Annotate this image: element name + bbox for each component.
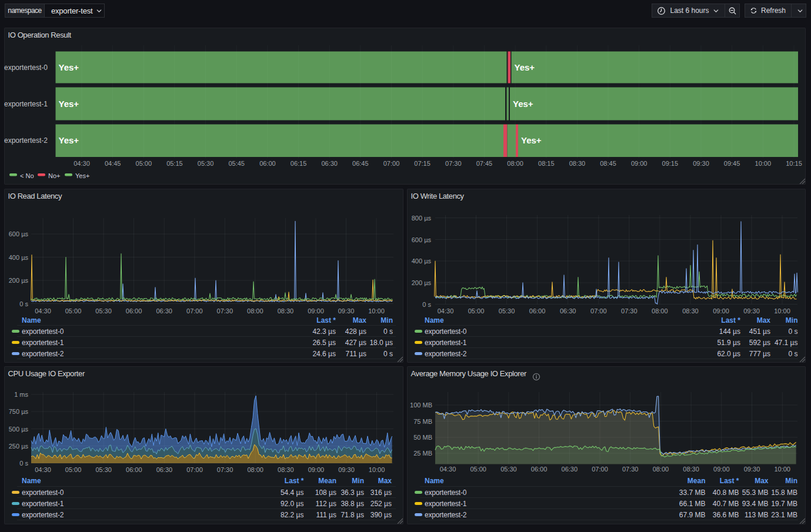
- svg-text:exportertest-2: exportertest-2: [4, 136, 48, 145]
- svg-text:250 µs: 250 µs: [9, 442, 29, 449]
- svg-text:06:30: 06:30: [321, 160, 338, 167]
- svg-text:08:45: 08:45: [600, 160, 616, 167]
- svg-text:06:30: 06:30: [156, 307, 172, 314]
- svg-text:05:30: 05:30: [499, 307, 515, 314]
- svg-text:800 µs: 800 µs: [412, 214, 432, 221]
- svg-text:No+: No+: [48, 172, 61, 179]
- svg-text:10:00: 10:00: [774, 307, 790, 314]
- svg-text:05:15: 05:15: [166, 160, 183, 167]
- svg-text:07:00: 07:00: [592, 465, 608, 472]
- svg-text:Yes+: Yes+: [59, 135, 79, 145]
- svg-text:Yes+: Yes+: [521, 135, 542, 145]
- svg-text:06:45: 06:45: [352, 160, 369, 167]
- svg-text:06:00: 06:00: [126, 466, 142, 473]
- svg-text:08:30: 08:30: [278, 307, 294, 314]
- svg-text:05:45: 05:45: [228, 160, 245, 167]
- svg-text:06:30: 06:30: [560, 307, 576, 314]
- svg-text:exportertest-1: exportertest-1: [4, 99, 48, 108]
- svg-text:06:00: 06:00: [531, 465, 548, 472]
- svg-text:Yes+: Yes+: [59, 98, 79, 108]
- svg-text:07:00: 07:00: [590, 307, 607, 314]
- svg-text:04:30: 04:30: [438, 307, 454, 314]
- svg-text:07:30: 07:30: [217, 307, 233, 314]
- svg-text:06:15: 06:15: [291, 160, 307, 167]
- svg-text:600 µs: 600 µs: [412, 236, 432, 243]
- svg-text:05:00: 05:00: [136, 160, 152, 167]
- svg-text:200 µs: 200 µs: [9, 277, 29, 284]
- svg-text:04:30: 04:30: [35, 307, 51, 314]
- svg-text:08:30: 08:30: [682, 307, 699, 314]
- svg-text:09:00: 09:00: [713, 465, 730, 472]
- svg-text:08:00: 08:00: [247, 466, 263, 473]
- svg-text:08:00: 08:00: [247, 307, 263, 314]
- svg-text:09:00: 09:00: [308, 466, 325, 473]
- svg-text:Yes+: Yes+: [75, 172, 89, 179]
- svg-text:10:00: 10:00: [755, 160, 772, 167]
- svg-text:06:00: 06:00: [126, 307, 142, 314]
- svg-text:07:30: 07:30: [622, 465, 639, 472]
- svg-text:05:30: 05:30: [95, 466, 112, 473]
- svg-text:09:00: 09:00: [631, 160, 648, 167]
- svg-text:0 s: 0 s: [19, 300, 28, 307]
- svg-text:Yes+: Yes+: [513, 98, 533, 108]
- svg-text:08:15: 08:15: [538, 160, 555, 167]
- svg-text:09:30: 09:30: [338, 466, 355, 473]
- svg-text:09:45: 09:45: [724, 160, 740, 167]
- svg-text:10:00: 10:00: [774, 465, 790, 472]
- svg-text:0 s: 0 s: [422, 300, 431, 307]
- svg-text:07:30: 07:30: [445, 160, 462, 167]
- svg-text:200 µs: 200 µs: [412, 279, 432, 286]
- svg-text:05:00: 05:00: [470, 465, 486, 472]
- svg-text:05:00: 05:00: [468, 307, 485, 314]
- svg-text:08:30: 08:30: [683, 465, 699, 472]
- svg-text:09:30: 09:30: [744, 465, 760, 472]
- svg-text:05:30: 05:30: [198, 160, 214, 167]
- svg-text:Yes+: Yes+: [59, 62, 79, 72]
- svg-text:04:30: 04:30: [440, 465, 456, 472]
- svg-text:exportertest-0: exportertest-0: [4, 63, 48, 71]
- svg-text:04:45: 04:45: [105, 160, 121, 167]
- svg-text:600 µs: 600 µs: [9, 230, 29, 237]
- svg-text:06:30: 06:30: [562, 465, 578, 472]
- svg-text:09:00: 09:00: [713, 307, 729, 314]
- svg-text:06:00: 06:00: [259, 160, 276, 167]
- svg-text:05:00: 05:00: [65, 307, 82, 314]
- svg-text:09:30: 09:30: [338, 307, 355, 314]
- svg-text:08:30: 08:30: [569, 160, 586, 167]
- svg-text:10:15: 10:15: [786, 160, 802, 167]
- svg-text:07:00: 07:00: [186, 466, 203, 473]
- svg-text:10:00: 10:00: [369, 466, 385, 473]
- svg-text:07:30: 07:30: [217, 466, 233, 473]
- svg-text:100 MB: 100 MB: [410, 401, 432, 409]
- svg-text:07:30: 07:30: [621, 307, 638, 314]
- svg-text:07:00: 07:00: [186, 307, 203, 314]
- svg-text:50 MB: 50 MB: [413, 434, 432, 441]
- svg-text:05:30: 05:30: [500, 465, 517, 472]
- svg-text:25 MB: 25 MB: [413, 450, 432, 457]
- svg-text:06:00: 06:00: [529, 307, 546, 314]
- svg-text:1 ms: 1 ms: [14, 391, 28, 398]
- svg-text:Yes+: Yes+: [515, 62, 535, 72]
- svg-text:400 µs: 400 µs: [412, 257, 432, 265]
- svg-text:07:15: 07:15: [414, 160, 430, 167]
- svg-text:750 µs: 750 µs: [9, 408, 29, 415]
- svg-text:09:30: 09:30: [743, 307, 760, 314]
- svg-text:07:00: 07:00: [383, 160, 400, 167]
- svg-text:75 MB: 75 MB: [413, 417, 432, 424]
- svg-text:< No: < No: [20, 172, 34, 179]
- svg-text:09:00: 09:00: [308, 307, 324, 314]
- svg-text:05:30: 05:30: [95, 307, 112, 314]
- svg-text:09:15: 09:15: [662, 160, 679, 167]
- svg-text:08:00: 08:00: [653, 465, 669, 472]
- svg-text:08:00: 08:00: [507, 160, 523, 167]
- svg-text:05:00: 05:00: [65, 466, 82, 473]
- svg-text:08:00: 08:00: [652, 307, 668, 314]
- svg-text:04:30: 04:30: [74, 160, 90, 167]
- svg-text:06:30: 06:30: [156, 466, 173, 473]
- svg-text:10:00: 10:00: [368, 307, 385, 314]
- svg-text:04:30: 04:30: [35, 466, 51, 473]
- svg-text:500 µs: 500 µs: [9, 425, 29, 432]
- svg-text:08:30: 08:30: [278, 466, 294, 473]
- svg-text:400 µs: 400 µs: [9, 253, 29, 260]
- svg-text:07:45: 07:45: [476, 160, 493, 167]
